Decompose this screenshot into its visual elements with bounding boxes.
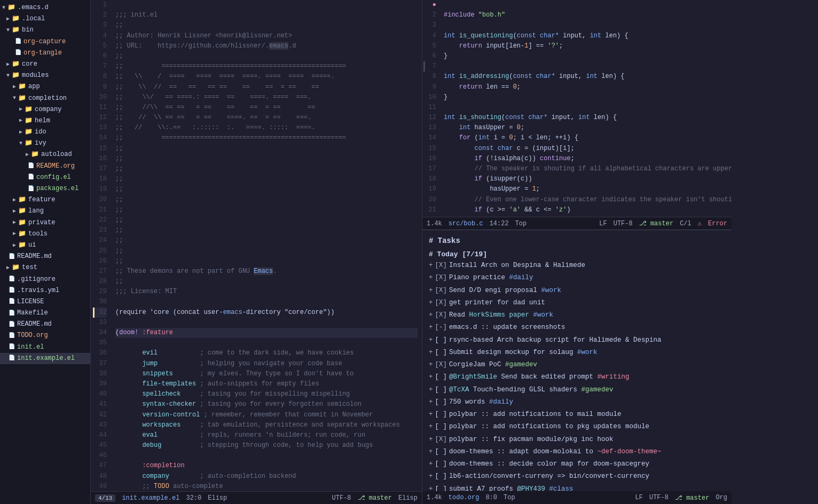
pane-number: 4/13 — [95, 494, 115, 502]
sidebar-item-gitignore[interactable]: 📄 .gitignore — [0, 274, 90, 285]
chevron-right-icon: ▶ — [19, 128, 22, 137]
chevron-down-icon: ▼ — [6, 72, 10, 80]
warning-icon: ⚠ — [698, 219, 702, 227]
task-item: + [ ] polybar :: add notifications to pk… — [422, 421, 732, 433]
sidebar: ▼ 📁 .emacs.d ▶ 📁 .local ▼ 📁 bin 📄 org-ca… — [0, 0, 91, 504]
file-icon: 📄 — [28, 162, 34, 170]
sidebar-item-makefile[interactable]: 📄 Makefile — [0, 308, 90, 319]
sidebar-item-readme-md2[interactable]: 📄 README.md — [0, 319, 90, 330]
sidebar-item-lang[interactable]: ▶ 📁 lang — [0, 206, 90, 217]
chevron-right-icon: ▶ — [6, 15, 10, 23]
sidebar-item-local[interactable]: ▶ 📁 .local — [0, 13, 90, 25]
file-icon: 📄 — [15, 49, 21, 57]
folder-icon: 📁 — [18, 240, 26, 250]
folder-icon: 📁 — [12, 263, 20, 273]
right-encoding: UTF-8 — [613, 220, 633, 227]
sidebar-item-tools[interactable]: ▶ 📁 tools — [0, 229, 90, 240]
today-heading[interactable]: # Today [7/19] — [422, 247, 732, 259]
right-lang: C/l — [680, 220, 691, 227]
folder-icon: 📁 — [18, 218, 26, 228]
file-icon: 📄 — [15, 37, 21, 46]
task-item: + [-] emacs.d :: update screenshots — [422, 321, 732, 334]
folder-icon: 📁 — [18, 195, 26, 205]
right-branch: ⎇ master — [639, 219, 673, 227]
code-content-left[interactable]: ;;; init.el ;; ;; Author: Henrik Lissner… — [111, 0, 422, 491]
sidebar-item-packages-el[interactable]: 📄 packages.el — [0, 183, 90, 194]
bottom-status-bar: 1.4k todo.org 8:0 Top LF UTF-8 ⎇ master … — [422, 491, 732, 504]
line-numbers-left: 12345 678910 1112131415 1617181920 21222… — [91, 0, 111, 491]
bottom-lf: LF — [635, 494, 643, 502]
sidebar-item-ido[interactable]: ▶ 📁 ido — [0, 127, 90, 138]
sidebar-item-core[interactable]: ▶ 📁 core — [0, 59, 90, 70]
chevron-right-icon: ▶ — [13, 207, 16, 216]
chevron-right-icon: ▶ — [6, 60, 10, 69]
left-position: 32:0 — [186, 494, 201, 502]
left-mode-label: Elisp — [398, 494, 418, 502]
sidebar-item-org-tangle[interactable]: 📄 org-tangle — [0, 48, 90, 59]
c-editor-wrapper: ● 23456 7 89101112 1314151617 1819202122… — [422, 0, 732, 217]
sidebar-item-autoload[interactable]: ▶ 📁 autoload — [0, 149, 90, 160]
sidebar-item-bin[interactable]: ▼ 📁 bin — [0, 25, 90, 36]
chevron-right-icon: ▶ — [19, 105, 22, 114]
error-label: Error — [708, 220, 727, 227]
file-icon: 📄 — [9, 354, 15, 363]
bottom-scroll: Top — [504, 494, 515, 501]
chevron-right-icon: ▶ — [13, 218, 16, 227]
sidebar-item-readme-md[interactable]: 📄 README.md — [0, 251, 90, 262]
sidebar-item-init-el[interactable]: 📄 init.el — [0, 342, 90, 353]
chevron-right-icon: ▶ — [13, 83, 16, 91]
c-code-content[interactable]: #include "bob.h" int is_questioning(cons… — [439, 0, 732, 217]
task-item: + [ ] submit A7 proofs @PHY439 #class — [422, 483, 732, 492]
folder-icon: 📁 — [25, 105, 33, 115]
left-filename: init.example.el — [122, 494, 179, 502]
sidebar-item-ui[interactable]: ▶ 📁 ui — [0, 240, 90, 251]
bottom-filesize: 1.4k — [427, 494, 442, 501]
sidebar-item-helm[interactable]: ▶ 📁 helm — [0, 115, 90, 127]
c-line-numbers: ● 23456 7 89101112 1314151617 1819202122… — [422, 0, 439, 217]
file-icon: 📄 — [9, 286, 15, 295]
right-editor[interactable]: ● 23456 7 89101112 1314151617 1819202122… — [422, 0, 732, 217]
chevron-right-icon: ▶ — [26, 151, 29, 159]
bottom-filename: todo.org — [449, 494, 479, 501]
folder-icon: 📁 — [7, 3, 15, 13]
task-item: + [ ] rsync-based Arch backup script for… — [422, 334, 732, 346]
file-icon: 📄 — [9, 332, 15, 340]
chevron-right-icon: ▶ — [13, 241, 16, 250]
chevron-down-icon: ▼ — [2, 4, 5, 12]
right-position: 14:22 — [490, 220, 509, 227]
sidebar-item-init-example[interactable]: 📄 init.example.el — [0, 353, 90, 364]
right-filename: src/bob.c — [449, 220, 483, 227]
task-item: + [ ] Submit design mockup for solaug #w… — [422, 346, 732, 359]
right-scroll: Top — [515, 220, 527, 227]
sidebar-item-org-capture[interactable]: 📄 org-capture — [0, 36, 90, 48]
file-icon: 📄 — [28, 185, 34, 193]
sidebar-item-completion[interactable]: ▼ 📁 completion — [0, 93, 90, 104]
task-item: + [X] polybar :: fix pacman module/pkg i… — [422, 434, 732, 446]
sidebar-item-todo[interactable]: 📄 TODO.org — [0, 330, 90, 341]
chevron-right-icon: ▶ — [13, 196, 16, 204]
folder-icon: 📁 — [18, 229, 26, 239]
sidebar-item-travis[interactable]: 📄 .travis.yml — [0, 285, 90, 296]
chevron-right-icon: ▶ — [13, 230, 16, 238]
right-status-bar: 1.4k src/bob.c 14:22 Top LF UTF-8 ⎇ mast… — [422, 217, 732, 230]
sidebar-item-company[interactable]: ▶ 📁 company — [0, 104, 90, 115]
sidebar-item-test[interactable]: ▶ 📁 test — [0, 262, 90, 273]
sidebar-item-license[interactable]: 📄 LICENSE — [0, 296, 90, 308]
sidebar-item-app[interactable]: ▶ 📁 app — [0, 81, 90, 92]
sidebar-item-modules[interactable]: ▼ 📁 modules — [0, 70, 90, 81]
sidebar-item-config-el[interactable]: 📄 config.el — [0, 172, 90, 183]
sidebar-item-readme-org[interactable]: 📄 README.org — [0, 161, 90, 172]
sidebar-item-ivy[interactable]: ▼ 📁 ivy — [0, 138, 90, 149]
tasks-heading: # Tasks — [422, 234, 732, 247]
left-encoding: UTF-8 — [332, 494, 351, 502]
task-item: + [ ] @TcXA Touch-bending GLSL shaders #… — [422, 384, 732, 396]
task-item: + [X] Send D/D engi proposal #work — [422, 285, 732, 297]
right-panel: ● 23456 7 89101112 1314151617 1819202122… — [422, 0, 732, 504]
sidebar-item-private[interactable]: ▶ 📁 private — [0, 217, 90, 229]
code-editor-left[interactable]: 12345 678910 1112131415 1617181920 21222… — [91, 0, 422, 491]
chevron-down-icon: ▼ — [6, 26, 10, 35]
sidebar-item-emacs-d[interactable]: ▼ 📁 .emacs.d — [0, 2, 90, 13]
sidebar-item-feature[interactable]: ▶ 📁 feature — [0, 194, 90, 206]
left-mode: Elisp — [208, 494, 227, 502]
file-icon: 📄 — [9, 297, 15, 306]
